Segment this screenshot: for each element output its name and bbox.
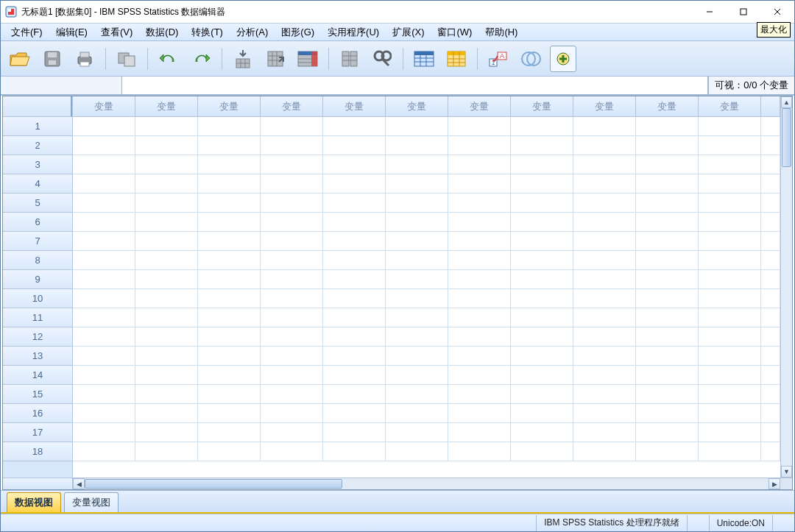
open-file-button[interactable] bbox=[7, 46, 33, 72]
split-file-button[interactable] bbox=[411, 46, 437, 72]
close-button[interactable] bbox=[760, 1, 794, 23]
grid-cell[interactable] bbox=[573, 155, 636, 174]
grid-cell[interactable] bbox=[323, 308, 386, 327]
menu-help[interactable]: 帮助(H) bbox=[479, 24, 523, 40]
grid-cell[interactable] bbox=[73, 117, 135, 135]
grid-cell[interactable] bbox=[73, 442, 135, 461]
grid-cell[interactable] bbox=[761, 155, 780, 174]
redo-button[interactable] bbox=[188, 46, 214, 72]
grid-cell[interactable] bbox=[323, 423, 386, 441]
row-header[interactable]: 14 bbox=[3, 366, 72, 385]
grid-cell[interactable] bbox=[573, 385, 636, 403]
grid-cell[interactable] bbox=[636, 213, 699, 231]
grid-cell[interactable] bbox=[699, 289, 761, 308]
grid-cell[interactable] bbox=[261, 289, 323, 308]
grid-cell[interactable] bbox=[135, 423, 198, 441]
grid-cell[interactable] bbox=[511, 155, 573, 174]
grid-cell[interactable] bbox=[261, 155, 323, 174]
grid-cell[interactable] bbox=[261, 251, 323, 269]
grid-cell[interactable] bbox=[636, 289, 699, 308]
row-header[interactable]: 16 bbox=[3, 404, 72, 423]
grid-cell[interactable] bbox=[636, 385, 699, 403]
grid-cell[interactable] bbox=[135, 327, 198, 346]
value-labels-button[interactable]: A1 bbox=[485, 46, 512, 72]
grid-cell[interactable] bbox=[323, 155, 386, 174]
grid-cell[interactable] bbox=[135, 270, 198, 288]
grid-cell[interactable] bbox=[386, 213, 448, 231]
grid-cell[interactable] bbox=[198, 232, 261, 250]
grid-cell[interactable] bbox=[699, 232, 761, 250]
print-button[interactable] bbox=[71, 46, 98, 72]
grid-cell[interactable] bbox=[323, 327, 386, 346]
grid-cell[interactable] bbox=[573, 270, 636, 288]
grid-cell[interactable] bbox=[699, 270, 761, 288]
grid-cell[interactable] bbox=[573, 423, 636, 441]
grid-cell[interactable] bbox=[636, 327, 699, 346]
horizontal-scroll-thumb[interactable] bbox=[85, 479, 342, 489]
grid-cell[interactable] bbox=[323, 213, 386, 231]
recall-dialog-button[interactable] bbox=[113, 46, 140, 72]
grid-cell[interactable] bbox=[386, 327, 448, 346]
row-header[interactable]: 7 bbox=[3, 232, 72, 251]
grid-cell[interactable] bbox=[198, 327, 261, 346]
row-header[interactable]: 9 bbox=[3, 270, 72, 289]
grid-cell[interactable] bbox=[323, 194, 386, 212]
grid-cell[interactable] bbox=[636, 270, 699, 288]
grid-cell[interactable] bbox=[135, 155, 198, 174]
grid-cell[interactable] bbox=[511, 251, 573, 269]
grid-cell[interactable] bbox=[386, 423, 448, 441]
grid-cell[interactable] bbox=[261, 117, 323, 135]
grid-cell[interactable] bbox=[448, 117, 511, 135]
grid-cell[interactable] bbox=[699, 347, 761, 365]
grid-cell[interactable] bbox=[135, 251, 198, 269]
menu-window[interactable]: 窗口(W) bbox=[431, 24, 478, 40]
grid-cell[interactable] bbox=[573, 404, 636, 422]
grid-cell[interactable] bbox=[761, 423, 780, 441]
row-header[interactable]: 18 bbox=[3, 442, 72, 461]
grid-cell[interactable] bbox=[261, 270, 323, 288]
grid-cell[interactable] bbox=[573, 174, 636, 193]
grid-cell[interactable] bbox=[135, 136, 198, 155]
grid-cell[interactable] bbox=[198, 270, 261, 288]
menu-analyze[interactable]: 分析(A) bbox=[230, 24, 274, 40]
grid-cell[interactable] bbox=[699, 423, 761, 441]
grid-cell[interactable] bbox=[448, 423, 511, 441]
use-variable-sets-button[interactable] bbox=[517, 46, 544, 72]
grid-cell[interactable] bbox=[73, 404, 135, 422]
grid-cell[interactable] bbox=[699, 385, 761, 403]
row-header[interactable]: 5 bbox=[3, 194, 72, 213]
grid-cell[interactable] bbox=[448, 347, 511, 365]
grid-cell[interactable] bbox=[448, 155, 511, 174]
grid-cell[interactable] bbox=[73, 366, 135, 384]
row-header[interactable]: 11 bbox=[3, 308, 72, 327]
grid-cell[interactable] bbox=[761, 404, 780, 422]
grid-cell[interactable] bbox=[73, 423, 135, 441]
grid-cell[interactable] bbox=[261, 327, 323, 346]
grid-cell[interactable] bbox=[761, 347, 780, 365]
column-header[interactable]: 变量 bbox=[261, 96, 323, 116]
row-header[interactable]: 1 bbox=[3, 117, 72, 136]
grid-cell[interactable] bbox=[636, 404, 699, 422]
run-descriptives-button[interactable] bbox=[336, 46, 363, 72]
scroll-left-arrow-icon[interactable]: ◀ bbox=[73, 478, 85, 489]
grid-cell[interactable] bbox=[386, 347, 448, 365]
grid-cell[interactable] bbox=[448, 174, 511, 193]
grid-cell[interactable] bbox=[699, 366, 761, 384]
grid-cell[interactable] bbox=[323, 232, 386, 250]
grid-cell[interactable] bbox=[573, 213, 636, 231]
grid-cell[interactable] bbox=[699, 155, 761, 174]
grid-cell[interactable] bbox=[386, 289, 448, 308]
grid-cell[interactable] bbox=[573, 308, 636, 327]
grid-cell[interactable] bbox=[699, 174, 761, 193]
grid-cell[interactable] bbox=[636, 347, 699, 365]
grid-cell[interactable] bbox=[323, 385, 386, 403]
vertical-scrollbar[interactable]: ▲ ▼ bbox=[780, 96, 792, 478]
grid-cell[interactable] bbox=[511, 232, 573, 250]
grid-cell[interactable] bbox=[386, 232, 448, 250]
grid-cell[interactable] bbox=[511, 308, 573, 327]
grid-cell[interactable] bbox=[135, 289, 198, 308]
grid-cell[interactable] bbox=[699, 442, 761, 461]
row-header[interactable]: 4 bbox=[3, 174, 72, 194]
undo-button[interactable] bbox=[155, 46, 182, 72]
grid-cell[interactable] bbox=[323, 366, 386, 384]
